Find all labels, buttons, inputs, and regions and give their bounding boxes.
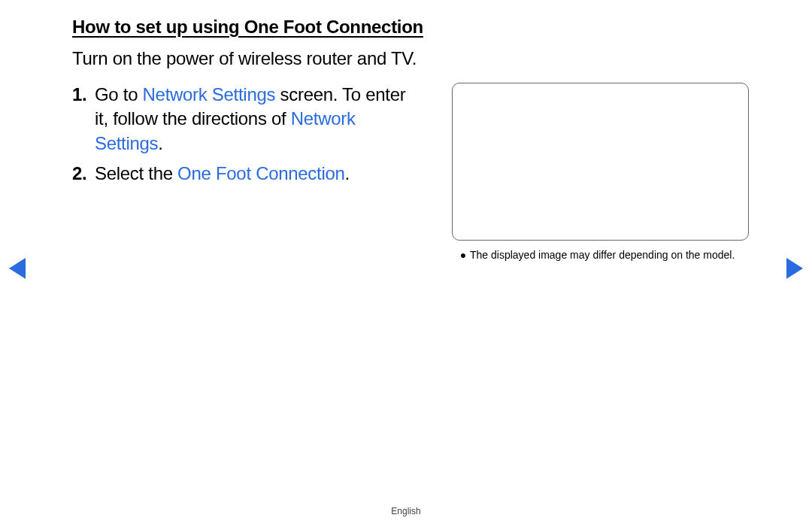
highlight-text: One Foot Connection	[177, 163, 344, 183]
highlight-text: Network Settings	[143, 84, 276, 104]
next-page-arrow-icon[interactable]	[786, 258, 803, 279]
caption-bullet: ●	[456, 248, 470, 262]
image-column: ● The displayed image may differ dependi…	[452, 83, 749, 262]
step-text: Go to	[95, 84, 143, 104]
prev-page-arrow-icon[interactable]	[9, 258, 26, 279]
image-placeholder	[452, 83, 749, 241]
intro-text: Turn on the power of wireless router and…	[72, 48, 771, 69]
step-text: Select the	[95, 163, 177, 183]
image-caption: ● The displayed image may differ dependi…	[452, 248, 749, 262]
caption-text: The displayed image may differ depending…	[470, 248, 735, 262]
step-body: Go to Network Settings screen. To enter …	[95, 83, 422, 156]
step-text: .	[158, 133, 162, 153]
step-2: 2.Select the One Foot Connection.	[72, 162, 422, 186]
step-text: .	[345, 163, 350, 183]
steps-column: 1.Go to Network Settings screen. To ente…	[72, 83, 422, 262]
page-title: How to set up using One Foot Connection	[72, 17, 771, 38]
step-body: Select the One Foot Connection.	[95, 162, 350, 186]
page-content: How to set up using One Foot Connection …	[72, 17, 771, 262]
footer-language: English	[0, 506, 812, 516]
step-number: 2.	[72, 162, 95, 186]
step-1: 1.Go to Network Settings screen. To ente…	[72, 83, 422, 156]
columns: 1.Go to Network Settings screen. To ente…	[72, 83, 771, 262]
step-number: 1.	[72, 83, 95, 156]
